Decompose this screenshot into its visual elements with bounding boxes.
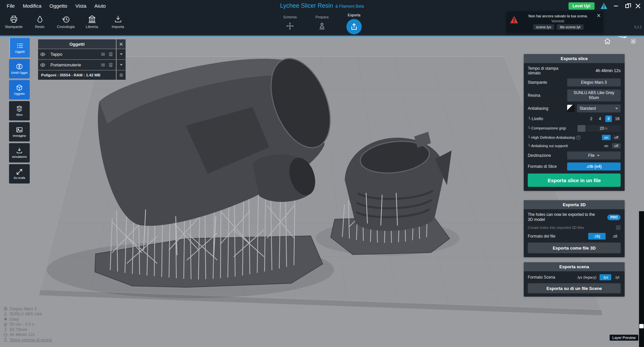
export-3d-button[interactable]: Esporta come file 3D bbox=[528, 243, 621, 253]
sidebar-item-label: Oggetto bbox=[14, 92, 25, 96]
menu-vista[interactable]: Vista bbox=[71, 0, 90, 12]
scene-status-overlay: Elegoo Mars 3 SUNLU ABS Like Grey 50 um … bbox=[3, 306, 52, 343]
format-stl-toggle[interactable]: .stl bbox=[609, 233, 621, 240]
toolbar-button-libreria[interactable]: Libreria bbox=[81, 13, 103, 29]
antialiasing-preview-thumb[interactable] bbox=[567, 105, 575, 112]
save-scene-lys-button[interactable]: scene.lys bbox=[533, 24, 554, 30]
format-lyt-toggle[interactable]: .lyt bbox=[613, 274, 621, 280]
gray-compensation-label: └ Compensazione grigi bbox=[528, 126, 567, 130]
printer-select[interactable]: Elegoo Mars 3 bbox=[567, 78, 621, 86]
toolbar-button-cronologia[interactable]: Cronologia bbox=[55, 13, 77, 29]
sidebar-item-slice[interactable]: Slice bbox=[9, 101, 30, 120]
menu-modifica[interactable]: Modifica bbox=[19, 0, 45, 12]
scene-format-row: Formato Scena .lys (legacy) .lys .lyt bbox=[528, 274, 621, 280]
resin-select[interactable]: SUNLU ABS Like Grey 50um bbox=[567, 89, 621, 101]
warning-icon[interactable] bbox=[600, 3, 608, 9]
toast-close-icon[interactable] bbox=[597, 14, 601, 17]
menu-aiuto[interactable]: Aiuto bbox=[90, 0, 110, 12]
sidebar-item-immagine[interactable]: Immagine bbox=[9, 122, 30, 141]
app-title: Lychee Slicer Resin & Filament Beta bbox=[280, 0, 364, 12]
holes-info-text: The holes can now be exported to the 3D … bbox=[528, 212, 601, 222]
object-expand-button[interactable] bbox=[117, 49, 126, 59]
hd-aa-on-toggle[interactable]: on bbox=[602, 135, 611, 140]
hd-antialiasing-row: └ High Definition Antialiasing ? on off bbox=[528, 135, 621, 140]
menu-oggetto[interactable]: Oggetto bbox=[45, 0, 71, 12]
left-sidebar: Oggetti Dividi Ogget Oggetto Slice Immag… bbox=[9, 38, 30, 184]
close-icon bbox=[119, 42, 123, 46]
object-row-portamionuterie[interactable]: Portamionuterie bbox=[38, 60, 126, 70]
status-resin: SUNLU ABS Like bbox=[3, 312, 52, 317]
object-expand-button[interactable] bbox=[117, 60, 126, 70]
menu-hamburger-icon[interactable] bbox=[101, 52, 106, 57]
toolbar-button-stampante[interactable]: Stampante bbox=[3, 13, 25, 29]
visibility-eye-icon[interactable] bbox=[38, 60, 48, 70]
slice-format-row: Formato di Slice .ctb (v4) bbox=[528, 162, 621, 170]
toolbar-button-label: Stampante bbox=[5, 25, 22, 29]
aa-level-2[interactable]: 2 bbox=[588, 115, 595, 122]
aa-level-8[interactable]: 8 bbox=[605, 115, 612, 122]
export-slice-panel: Esporta slice Tempo di stampa stimato 4h… bbox=[524, 54, 625, 191]
supports-aa-on-toggle[interactable]: on bbox=[602, 143, 611, 148]
tab-esporta[interactable]: Esporta bbox=[342, 12, 366, 34]
format-lys-toggle[interactable]: .lys bbox=[600, 274, 611, 280]
toolbar-button-resin[interactable]: Resin bbox=[29, 13, 51, 29]
sidebar-item-oggetto[interactable]: Oggetto bbox=[9, 80, 30, 99]
visibility-eye-icon[interactable] bbox=[38, 49, 48, 59]
export-scene-button[interactable]: Esporta su di un file Scene bbox=[528, 283, 621, 293]
save-lite-scene-lyt-button[interactable]: lite-scene.lyt bbox=[557, 24, 583, 30]
image-icon bbox=[16, 126, 23, 133]
toolbar-button-label: Cronologia bbox=[57, 25, 74, 29]
sidebar-item-oggetti[interactable]: Oggetti bbox=[9, 38, 30, 57]
layer-preview-slider-handle[interactable] bbox=[639, 324, 644, 328]
resin-volume-link[interactable]: Stima volume di resina bbox=[10, 338, 52, 342]
toolbar-button-importa[interactable]: Importa bbox=[107, 13, 129, 29]
settings-gear-icon[interactable] bbox=[630, 38, 637, 45]
antialiasing-select[interactable]: Standard bbox=[577, 104, 621, 112]
sidebar-item-label: Oggetti bbox=[15, 50, 25, 54]
menu-hamburger-icon[interactable] bbox=[101, 62, 106, 67]
minimize-button[interactable] bbox=[613, 3, 619, 9]
aa-level-4[interactable]: 4 bbox=[597, 115, 603, 122]
destination-select[interactable]: File bbox=[567, 151, 621, 159]
split-object-icon bbox=[16, 63, 23, 70]
menu-file[interactable]: File bbox=[3, 0, 19, 12]
export-slice-button[interactable]: Esporta slice in un file bbox=[528, 174, 621, 187]
layer-preview-tooltip: Layer Preview bbox=[610, 335, 638, 341]
format-obj-toggle[interactable]: .obj bbox=[588, 233, 605, 240]
help-icon[interactable]: ? bbox=[576, 135, 581, 140]
sidebar-item-label: Dividi Ogget bbox=[11, 71, 27, 75]
tab-prepara[interactable]: Prepara bbox=[310, 12, 334, 30]
create-holes-checkbox[interactable] bbox=[616, 225, 621, 230]
chevron-down-icon bbox=[120, 53, 123, 55]
antialiasing-row: Antialiasing Standard bbox=[528, 104, 621, 112]
aa-level-16[interactable]: 16 bbox=[614, 115, 621, 122]
file-format-label: Formato del file bbox=[528, 234, 555, 239]
format-lys-legacy-toggle[interactable]: .lys (legacy) bbox=[576, 274, 598, 280]
sidebar-item-dividi-oggetti[interactable]: Dividi Ogget bbox=[9, 59, 30, 78]
print-plate-icon[interactable] bbox=[108, 52, 113, 57]
destination-value: File bbox=[588, 153, 595, 158]
hd-aa-off-toggle[interactable]: off bbox=[612, 135, 621, 140]
status-height: 63.73mm bbox=[3, 327, 52, 332]
gray-compensation-value-box[interactable]: 20 % bbox=[587, 125, 621, 132]
objects-settings-button[interactable] bbox=[117, 70, 126, 80]
sidebar-item-label: Su scala bbox=[14, 177, 25, 180]
tab-schema[interactable]: Schema bbox=[278, 12, 302, 30]
sidebar-item-su-scala[interactable]: Su scala bbox=[9, 164, 30, 184]
object-row-tappo[interactable]: Tappo bbox=[38, 49, 126, 59]
slice-format-select[interactable]: .ctb (v4) bbox=[567, 162, 621, 170]
objects-panel-close-button[interactable] bbox=[117, 39, 126, 49]
level-up-button[interactable]: Level Up! bbox=[569, 2, 595, 10]
sidebar-item-simulatore[interactable]: simulatorre bbox=[9, 143, 30, 162]
move-axes-icon bbox=[286, 22, 294, 30]
restore-button[interactable] bbox=[624, 3, 630, 9]
close-button[interactable] bbox=[635, 3, 641, 9]
gray-compensation-slider[interactable] bbox=[578, 125, 586, 132]
supports-aa-off-toggle[interactable]: off bbox=[612, 143, 621, 148]
home-icon[interactable] bbox=[604, 38, 611, 45]
print-plate-icon[interactable] bbox=[108, 62, 113, 67]
mode-tabs: Schema Prepara Esporta bbox=[278, 12, 366, 35]
tab-label: Esporta bbox=[348, 13, 360, 17]
main-menu: File Modifica Oggetto Vista Aiuto bbox=[0, 0, 110, 12]
list-icon bbox=[16, 42, 24, 49]
